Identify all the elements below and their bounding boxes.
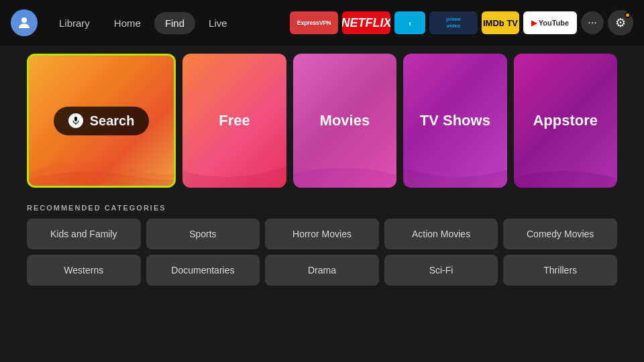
category-westerns[interactable]: Westerns: [27, 255, 141, 286]
youtube-label: ▶ YouTube: [531, 19, 569, 27]
category-thrillers[interactable]: Thrillers: [503, 255, 617, 286]
category-documentaries[interactable]: Documentaries: [146, 255, 260, 286]
category-grid: Kids and Family Sports Horror Movies Act…: [27, 219, 617, 286]
category-comedy-movies[interactable]: Comedy Movies: [503, 219, 617, 249]
category-horror-movies[interactable]: Horror Movies: [265, 219, 379, 249]
expressvpn-label: ExpressVPN: [297, 19, 331, 26]
recommended-categories-section: RECOMMENDED CATEGORIES Kids and Family S…: [0, 204, 644, 286]
nav-find[interactable]: Find: [154, 12, 195, 34]
microphone-icon: [68, 113, 83, 128]
tvshows-tile-label: TV Shows: [420, 112, 490, 129]
youtube-app-icon[interactable]: ▶ YouTube: [523, 11, 577, 34]
nav-bar: Library Home Find Live: [48, 12, 238, 34]
search-tile[interactable]: Search: [27, 54, 176, 188]
category-action-movies[interactable]: Action Movies: [384, 219, 498, 249]
appstore-tile-label: Appstore: [533, 112, 598, 129]
main-content: Search Free Movies TV Shows: [0, 46, 644, 204]
category-sports[interactable]: Sports: [146, 219, 260, 249]
nav-home[interactable]: Home: [103, 12, 152, 34]
expressvpn-app-icon[interactable]: ExpressVPN: [290, 11, 338, 34]
app-icons-bar: ExpressVPN NETFLIX f primevideo IMDb TV …: [290, 10, 633, 36]
svg-text:f: f: [409, 21, 411, 27]
prime-app-icon[interactable]: primevideo: [429, 11, 478, 34]
movies-tile-label: Movies: [320, 112, 370, 129]
gear-icon: ⚙: [615, 15, 626, 30]
freevee-app-icon[interactable]: f: [394, 11, 425, 34]
category-kids-family[interactable]: Kids and Family: [27, 219, 141, 249]
settings-button[interactable]: ⚙: [608, 10, 633, 36]
movies-tile[interactable]: Movies: [293, 54, 396, 188]
more-apps-button[interactable]: ···: [581, 11, 604, 34]
search-button[interactable]: Search: [54, 107, 150, 135]
svg-rect-3: [74, 117, 77, 121]
nav-library[interactable]: Library: [48, 12, 101, 34]
settings-notification-dot: [625, 12, 631, 18]
appstore-tile[interactable]: Appstore: [514, 54, 617, 188]
imdb-app-icon[interactable]: IMDb TV: [482, 11, 519, 34]
nav-live[interactable]: Live: [198, 12, 238, 34]
imdb-label: IMDb TV: [483, 18, 518, 28]
tvshows-tile[interactable]: TV Shows: [403, 54, 506, 188]
avatar[interactable]: [11, 9, 38, 36]
free-tile-label: Free: [219, 112, 250, 129]
netflix-app-icon[interactable]: NETFLIX: [342, 11, 390, 34]
netflix-label: NETFLIX: [342, 16, 390, 30]
category-scifi[interactable]: Sci-Fi: [384, 255, 498, 286]
search-label: Search: [90, 113, 135, 129]
category-row-2: Westerns Documentaries Drama Sci-Fi Thri…: [27, 255, 617, 286]
svg-point-0: [21, 17, 27, 23]
main-tiles-row: Search Free Movies TV Shows: [27, 54, 617, 188]
category-drama[interactable]: Drama: [265, 255, 379, 286]
header: Library Home Find Live ExpressVPN NETFLI…: [0, 0, 644, 46]
category-row-1: Kids and Family Sports Horror Movies Act…: [27, 219, 617, 249]
free-tile[interactable]: Free: [182, 54, 286, 188]
recommended-categories-title: RECOMMENDED CATEGORIES: [27, 204, 617, 212]
prime-label: primevideo: [446, 16, 461, 29]
